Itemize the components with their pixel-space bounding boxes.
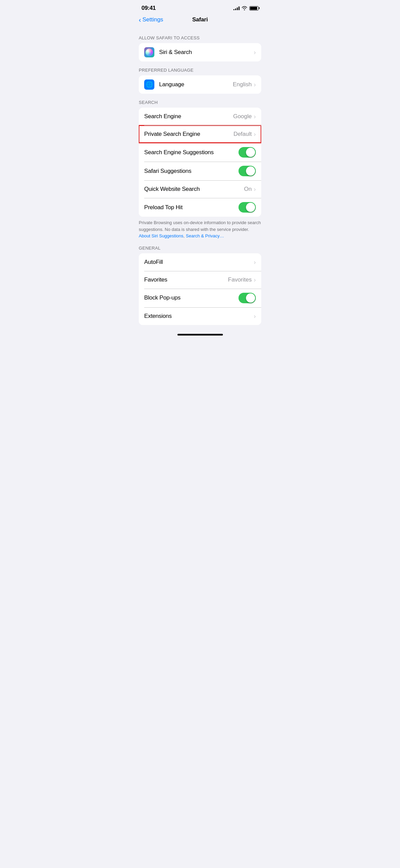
language-card: 🌐 Language English › [139,75,261,94]
general-card: AutoFill › Favorites Favorites › Block P… [139,253,261,325]
row-preload-top-hit[interactable]: Preload Top Hit [139,198,261,217]
row-autofill[interactable]: AutoFill › [139,253,261,271]
language-icon: 🌐 [144,79,154,90]
language-value: English [233,81,252,88]
quick-website-search-chevron-icon: › [254,186,256,192]
back-label: Settings [142,16,163,23]
row-private-search-engine[interactable]: Private Search Engine Default › [139,125,261,143]
search-engine-label: Search Engine [144,113,233,120]
extensions-label: Extensions [144,313,254,320]
block-popups-label: Block Pop-ups [144,294,239,301]
autofill-label: AutoFill [144,259,254,266]
safari-suggestions-label: Safari Suggestions [144,168,239,175]
favorites-value: Favorites [228,276,252,283]
allow-safari-card: Siri & Search › [139,43,261,61]
settings-content: ALLOW SAFARI TO ACCESS Siri & Search › P… [133,27,267,330]
autofill-chevron-icon: › [254,259,256,265]
search-engine-chevron-icon: › [254,113,256,120]
row-language[interactable]: 🌐 Language English › [139,75,261,94]
home-indicator [177,334,223,336]
quick-website-search-value: On [244,186,252,193]
siri-search-chevron-icon: › [254,49,256,55]
siri-search-label: Siri & Search [159,49,254,56]
preload-top-hit-label: Preload Top Hit [144,204,239,211]
section-header-search: SEARCH [133,100,267,108]
extensions-chevron-icon: › [254,313,256,319]
status-bar: 09:41 [133,0,267,14]
section-general: GENERAL AutoFill › Favorites Favorites ›… [133,246,267,325]
section-header-allow: ALLOW SAFARI TO ACCESS [133,35,267,43]
row-search-engine[interactable]: Search Engine Google › [139,108,261,125]
section-preferred-language: PREFERRED LANGUAGE 🌐 Language English › [133,68,267,94]
private-search-engine-value: Default [233,131,252,138]
status-time: 09:41 [141,5,156,12]
page-title: Safari [192,16,208,23]
language-label: Language [159,81,233,88]
row-quick-website-search[interactable]: Quick Website Search On › [139,180,261,198]
row-extensions[interactable]: Extensions › [139,307,261,325]
signal-icon [233,6,240,10]
favorites-chevron-icon: › [254,277,256,283]
safari-suggestions-toggle[interactable] [239,166,256,176]
search-engine-value: Google [233,113,252,120]
search-engine-suggestions-toggle[interactable] [239,147,256,158]
row-siri-search[interactable]: Siri & Search › [139,43,261,61]
row-search-engine-suggestions[interactable]: Search Engine Suggestions [139,143,261,162]
search-section-footer: Private Browsing uses on-device informat… [133,217,267,239]
private-search-engine-chevron-icon: › [254,131,256,137]
row-block-popups[interactable]: Block Pop-ups [139,289,261,307]
search-engine-suggestions-label: Search Engine Suggestions [144,149,239,156]
search-card: Search Engine Google › Private Search En… [139,108,261,217]
private-search-engine-label: Private Search Engine [144,131,233,138]
back-chevron-icon: ‹ [139,16,141,23]
favorites-label: Favorites [144,276,228,283]
siri-icon [144,47,154,57]
nav-bar: ‹ Settings Safari [133,14,267,27]
wifi-icon [242,6,247,10]
quick-website-search-label: Quick Website Search [144,186,244,193]
section-allow-safari-access: ALLOW SAFARI TO ACCESS Siri & Search › [133,35,267,61]
search-privacy-link[interactable]: Search & Privacy… [186,233,224,238]
row-safari-suggestions[interactable]: Safari Suggestions [139,162,261,180]
row-favorites[interactable]: Favorites Favorites › [139,271,261,289]
status-icons [233,6,259,11]
about-siri-suggestions-link[interactable]: About Siri Suggestions [139,233,184,238]
battery-icon [249,6,259,11]
block-popups-toggle[interactable] [239,293,256,303]
section-search: SEARCH Search Engine Google › Private Se… [133,100,267,239]
preload-top-hit-toggle[interactable] [239,202,256,213]
section-header-general: GENERAL [133,246,267,253]
back-button[interactable]: ‹ Settings [139,16,163,23]
language-chevron-icon: › [254,82,256,88]
section-header-language: PREFERRED LANGUAGE [133,68,267,75]
